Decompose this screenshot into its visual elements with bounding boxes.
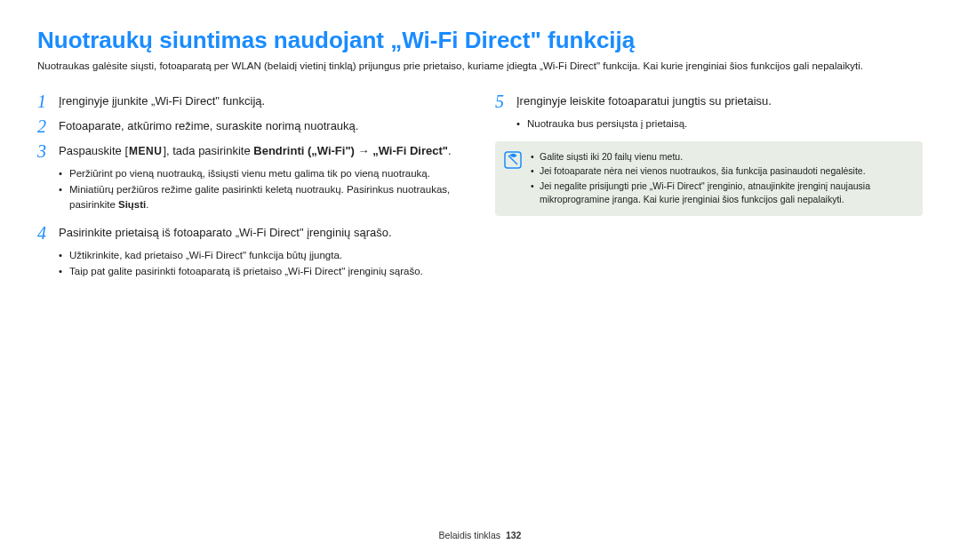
- step-4-bullets: Užtikrinkite, kad prietaiso „Wi-Fi Direc…: [59, 248, 465, 279]
- page-title: Nuotraukų siuntimas naudojant „Wi-Fi Dir…: [37, 27, 923, 54]
- t: .: [448, 144, 452, 157]
- step-3: 3 Paspauskite [MENU], tada pasirinkite B…: [37, 141, 465, 161]
- list-item: Nuotrauka bus persiųsta į prietaisą.: [516, 116, 923, 132]
- step-text: Įrenginyje įjunkite „Wi-Fi Direct" funkc…: [59, 92, 465, 109]
- list-item: Miniatiūrų peržiūros režime galite pasir…: [59, 182, 465, 212]
- arrow-icon: [358, 144, 370, 157]
- list-item: Peržiūrint po vieną nuotrauką, išsiųsti …: [59, 166, 465, 181]
- bold: Bendrinti („Wi-Fi"): [253, 144, 355, 157]
- info-icon: [504, 151, 522, 169]
- t: Paspauskite [: [59, 144, 128, 157]
- step-number: 1: [37, 92, 59, 111]
- step-number: 3: [37, 141, 59, 161]
- step-2: 2 Fotoaparate, atkūrimo režime, suraskit…: [37, 116, 465, 136]
- step-1: 1 Įrenginyje įjunkite „Wi-Fi Direct" fun…: [37, 92, 465, 111]
- page-number: 132: [506, 530, 522, 540]
- step-number: 4: [37, 223, 59, 243]
- list-item: Jei fotoaparate nėra nei vienos nuotrauk…: [531, 164, 912, 178]
- menu-icon: MENU: [128, 144, 163, 159]
- step-5: 5 Įrenginyje leiskite fotoaparatui jungt…: [495, 92, 923, 111]
- t: ], tada pasirinkite: [163, 144, 253, 157]
- step-number: 2: [37, 116, 59, 136]
- step-text: Įrenginyje leiskite fotoaparatui jungtis…: [516, 92, 923, 109]
- step-5-bullets: Nuotrauka bus persiųsta į prietaisą.: [516, 116, 923, 132]
- right-column: 5 Įrenginyje leiskite fotoaparatui jungt…: [495, 92, 923, 290]
- list-item: Jei negalite prisijungti prie „Wi-Fi Dir…: [531, 180, 912, 206]
- left-column: 1 Įrenginyje įjunkite „Wi-Fi Direct" fun…: [37, 92, 465, 290]
- step-text: Pasirinkite prietaisą iš fotoaparato „Wi…: [59, 223, 465, 241]
- bold: „Wi-Fi Direct": [372, 144, 448, 157]
- footer-section: Belaidis tinklas: [439, 530, 500, 540]
- content-columns: 1 Įrenginyje įjunkite „Wi-Fi Direct" fun…: [37, 92, 923, 290]
- page-footer: Belaidis tinklas 132: [0, 530, 960, 540]
- bold: Siųsti: [118, 199, 146, 210]
- list-item: Galite siųsti iki 20 failų vienu metu.: [531, 150, 912, 164]
- note-list: Galite siųsti iki 20 failų vienu metu. J…: [531, 150, 912, 207]
- document-page: Nuotraukų siuntimas naudojant „Wi-Fi Dir…: [0, 0, 960, 560]
- step-number: 5: [495, 92, 516, 111]
- list-item: Taip pat galite pasirinkti fotoaparatą i…: [59, 264, 465, 279]
- info-note-box: Galite siųsti iki 20 failų vienu metu. J…: [495, 141, 923, 216]
- list-item: Užtikrinkite, kad prietaiso „Wi-Fi Direc…: [59, 248, 465, 263]
- step-text: Fotoaparate, atkūrimo režime, suraskite …: [59, 116, 465, 134]
- step-3-bullets: Peržiūrint po vieną nuotrauką, išsiųsti …: [59, 166, 465, 212]
- step-text: Paspauskite [MENU], tada pasirinkite Ben…: [59, 141, 465, 159]
- intro-paragraph: Nuotraukas galėsite siųsti, fotoaparatą …: [37, 60, 923, 74]
- step-4: 4 Pasirinkite prietaisą iš fotoaparato „…: [37, 223, 465, 243]
